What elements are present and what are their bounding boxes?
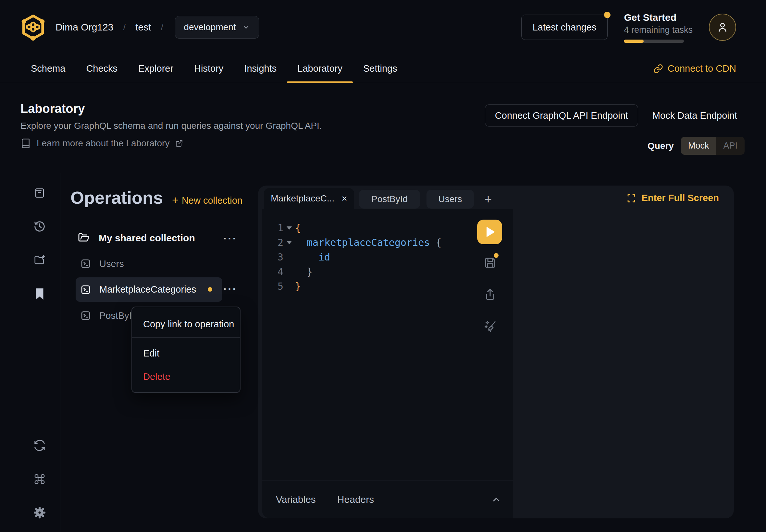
breadcrumb-project[interactable]: test <box>135 22 151 33</box>
fold-arrow-icon[interactable] <box>286 226 292 230</box>
collapse-panel-button[interactable] <box>491 494 502 505</box>
latest-changes-button[interactable]: Latest changes <box>521 15 608 40</box>
code-line: 3 id <box>262 250 330 264</box>
run-query-button[interactable] <box>477 220 502 244</box>
operation-item-marketplacecategories[interactable]: MarketplaceCategories <box>76 277 222 302</box>
line-number: 4 <box>262 266 283 277</box>
fold-arrow-icon[interactable] <box>286 241 292 244</box>
laboratory-app: Dima Org123 / test / development Latest … <box>0 0 766 532</box>
graphql-code-editor[interactable]: 1 { 2 marketplaceCategories { 3 id 4 <box>262 209 513 480</box>
close-tab-icon[interactable]: × <box>341 194 347 203</box>
folder-open-icon <box>78 232 90 244</box>
tab-history[interactable]: History <box>184 54 234 83</box>
header-right-cluster: Latest changes Get Started 4 remaining t… <box>521 12 736 43</box>
chevron-up-icon <box>491 494 502 505</box>
tab-label: Schema <box>31 63 65 74</box>
environment-selector[interactable]: development <box>175 16 259 39</box>
breadcrumb-org[interactable]: Dima Org123 <box>55 22 113 33</box>
top-header: Dima Org123 / test / development Latest … <box>0 0 766 54</box>
endpoint-actions: Connect GraphQL API Endpoint Mock Data E… <box>485 104 737 127</box>
tab-explorer[interactable]: Explorer <box>128 54 184 83</box>
collection-my-shared-collection[interactable]: My shared collection <box>78 230 234 247</box>
tab-settings[interactable]: Settings <box>353 54 408 83</box>
user-avatar[interactable] <box>709 14 736 41</box>
code-line: 4 } <box>262 264 312 279</box>
operation-context-menu: Copy link to operation Edit Delete <box>131 307 240 393</box>
code-line: 5 } <box>262 279 301 294</box>
rail-shortcuts-icon[interactable] <box>33 473 46 486</box>
rail-settings-icon[interactable] <box>33 506 46 519</box>
operation-label: MarketplaceCategories <box>99 284 196 295</box>
operations-title: Operations <box>70 187 163 208</box>
editor-tab-users[interactable]: Users <box>427 190 474 209</box>
tab-label: Settings <box>363 63 397 74</box>
code-line: 1 { <box>262 221 301 235</box>
mock-data-endpoint-link[interactable]: Mock Data Endpoint <box>652 110 737 121</box>
connect-graphql-endpoint-button[interactable]: Connect GraphQL API Endpoint <box>485 104 638 127</box>
code-line: 2 marketplaceCategories { <box>262 235 442 250</box>
get-started-widget[interactable]: Get Started 4 remaining tasks <box>624 12 693 43</box>
rail-new-collection-icon[interactable] <box>33 253 46 266</box>
query-mode-api[interactable]: API <box>716 137 745 155</box>
query-editor-panel: MarketplaceC... × PostById Users + Enter… <box>258 186 734 518</box>
operation-icon <box>80 310 91 321</box>
operation-item-postbyid[interactable]: PostById <box>80 307 137 324</box>
hive-logo-icon[interactable] <box>20 14 46 41</box>
tab-checks[interactable]: Checks <box>76 54 128 83</box>
tab-laboratory[interactable]: Laboratory <box>287 54 353 83</box>
menu-divider <box>132 337 240 338</box>
add-tab-button[interactable]: + <box>480 191 496 207</box>
unsaved-dot <box>494 253 499 258</box>
rail-bookmarks-icon[interactable] <box>33 287 46 300</box>
connect-to-cdn-link[interactable]: Connect to CDN <box>653 54 736 83</box>
rail-history-icon[interactable] <box>33 220 46 233</box>
tab-label: Insights <box>244 63 276 74</box>
operation-item-users[interactable]: Users <box>80 255 124 272</box>
learn-more-link[interactable]: Learn more about the Laboratory <box>20 138 183 149</box>
line-number: 1 <box>262 222 283 234</box>
gear-icon <box>33 506 46 519</box>
operations-header: Operations + New collection <box>70 187 242 208</box>
rail-saved-operations-icon[interactable] <box>33 187 46 199</box>
code-token: } <box>307 266 312 277</box>
user-icon <box>716 21 729 33</box>
share-operation-button[interactable] <box>483 287 497 301</box>
variables-tab[interactable]: Variables <box>276 494 316 505</box>
menu-item-delete[interactable]: Delete <box>143 371 170 382</box>
menu-item-copy-link[interactable]: Copy link to operation <box>143 319 234 330</box>
collection-menu-button[interactable]: ··· <box>223 232 237 245</box>
editor-tab-postbyid[interactable]: PostById <box>359 190 420 209</box>
breadcrumb-separator: / <box>161 22 164 32</box>
line-number: 2 <box>262 237 283 248</box>
headers-tab[interactable]: Headers <box>337 494 374 505</box>
collection-name: My shared collection <box>99 233 195 244</box>
operation-icon <box>80 259 91 269</box>
rail-refresh-icon[interactable] <box>33 439 46 452</box>
code-token: { <box>430 237 442 248</box>
code-token: { <box>295 222 301 234</box>
book-icon <box>20 138 31 149</box>
menu-item-edit[interactable]: Edit <box>143 348 159 359</box>
new-collection-button[interactable]: + New collection <box>172 194 242 206</box>
get-started-subtitle: 4 remaining tasks <box>624 25 693 35</box>
project-nav: Schema Checks Explorer History Insights … <box>0 54 766 83</box>
query-mode-toggle: Mock API <box>681 137 745 155</box>
operation-menu-button[interactable]: ··· <box>223 283 237 296</box>
code-token: marketplaceCategories <box>307 237 430 248</box>
tab-insights[interactable]: Insights <box>234 54 287 83</box>
get-started-title: Get Started <box>624 12 693 23</box>
learn-more-label: Learn more about the Laboratory <box>37 138 169 149</box>
tab-schema[interactable]: Schema <box>20 54 76 83</box>
query-label: Query <box>648 141 674 151</box>
page-head: Laboratory Explore your GraphQL schema a… <box>0 83 766 169</box>
tab-label: Explorer <box>138 63 173 74</box>
editor-tab-marketplacecategories[interactable]: MarketplaceC... × <box>264 188 354 209</box>
latest-changes-label: Latest changes <box>533 22 597 33</box>
enter-fullscreen-button[interactable]: Enter Full Screen <box>626 193 719 203</box>
prettify-operation-button[interactable] <box>483 319 497 333</box>
query-mode-mock[interactable]: Mock <box>681 137 716 155</box>
get-started-progress <box>624 40 684 43</box>
enter-fullscreen-label: Enter Full Screen <box>641 193 719 203</box>
operation-label: Users <box>99 259 124 269</box>
fullscreen-icon <box>626 193 636 203</box>
